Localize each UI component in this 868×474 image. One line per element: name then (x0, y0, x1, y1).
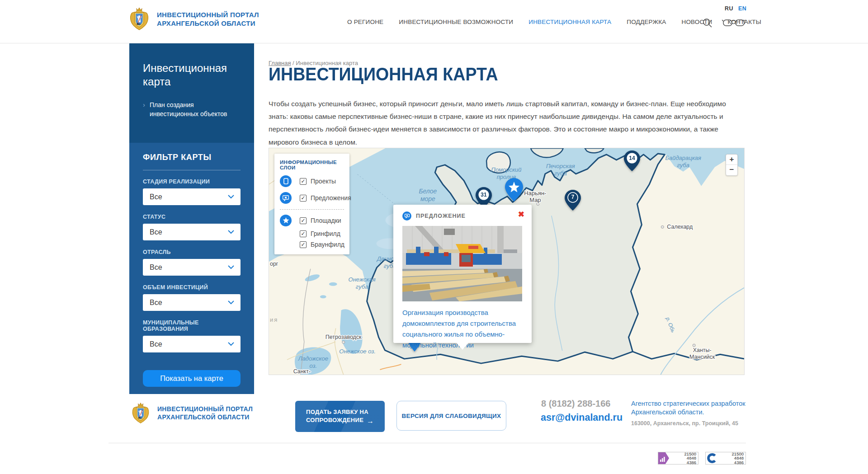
label-naryan-mar-2: Мар (529, 197, 541, 203)
footer: ИНВЕСТИЦИОННЫЙ ПОРТАЛ АРХАНГЕЛЬСКОЙ ОБЛА… (0, 394, 868, 474)
nav-support[interactable]: ПОДДЕРЖКА (627, 19, 666, 25)
label-white-sea: Белое (419, 188, 437, 195)
filter-label-status: СТАТУС (143, 214, 241, 220)
industry-select-value: Все (150, 263, 228, 272)
divider (143, 170, 241, 170)
header: ИНВЕСТИЦИОННЫЙ ПОРТАЛ АРХАНГЕЛЬСКОЙ ОБЛА… (0, 0, 868, 43)
sidebar-item-plan[interactable]: › План создания инвестиционных объектов (143, 100, 241, 118)
divider (280, 209, 344, 210)
map-zoom-control: + − (726, 154, 738, 176)
label-lake-ladoga: Ладожское (298, 355, 328, 362)
municipality-select[interactable]: Все (143, 336, 241, 352)
industry-select[interactable]: Все (143, 259, 241, 276)
coat-of-arms-icon (129, 7, 150, 31)
filter-label-stage: СТАДИЯ РЕАЛИЗАЦИИ (143, 178, 241, 185)
chevron-down-icon (228, 195, 234, 199)
search-icon[interactable] (702, 18, 713, 28)
label-pechora-bay: Печорская (546, 163, 575, 169)
projects-icon (280, 175, 292, 187)
apply-support-button[interactable]: ПОДАТЬ ЗАЯВКУ НА СОПРОВОЖДЕНИЕ → (295, 401, 385, 432)
legend-label-sites: Площадки (311, 217, 341, 224)
popup-type-label: ПРЕДЛОЖЕНИЕ (416, 213, 466, 219)
checkbox-greenfield[interactable]: ✓ (300, 230, 307, 237)
footer-logo[interactable]: ИНВЕСТИЦИОННЫЙ ПОРТАЛ АРХАНГЕЛЬСКОЙ ОБЛА… (131, 402, 253, 424)
stage-select[interactable]: Все (143, 188, 241, 205)
glasses-accessibility-icon[interactable] (722, 18, 745, 28)
investment-map[interactable]: Белое море Поморский пролив Печорская гу… (269, 148, 745, 375)
checkbox-sites[interactable]: ✓ (300, 217, 307, 224)
label-vyborg-cut: орг (270, 261, 278, 267)
arrow-right-icon: → (367, 417, 374, 425)
zoom-in-button[interactable]: + (726, 155, 737, 165)
close-icon[interactable]: ✖ (518, 210, 524, 219)
volume-select[interactable]: Все (143, 294, 241, 311)
map-layers-legend: ИНФОРМАЦИОННЫЕ СЛОИ ✓ Проекты ✓ Предложе… (274, 154, 349, 254)
stage-select-value: Все (150, 193, 228, 201)
cluster-count: 7 (565, 194, 581, 200)
map-filter-panel: ФИЛЬТР КАРТЫ СТАДИЯ РЕАЛИЗАЦИИ Все СТАТУ… (129, 143, 254, 394)
map-cluster-marker-7[interactable]: 7 (565, 190, 581, 211)
main-content: Главная / Инвестиционная карта ИНВЕСТИЦИ… (269, 43, 745, 394)
bar-chart-icon (658, 452, 669, 464)
counter-values: 21500 4848 4386 (732, 452, 745, 465)
sidebar-link-label: План создания инвестиционных объектов (150, 100, 241, 118)
map-offer-popup: ПРЕДЛОЖЕНИЕ ✖ (393, 205, 532, 343)
accessibility-version-button[interactable]: ВЕРСИЯ ДЛЯ СЛАБОВИДЯЩИХ (396, 401, 506, 431)
zoom-out-button[interactable]: − (726, 165, 737, 175)
label-pomorsky-strait: Поморский (491, 166, 522, 173)
label-lake-onega: Онежское оз. (339, 348, 376, 355)
footer-phone: 8 (8182) 288-166 (541, 399, 610, 409)
visit-counter-2[interactable]: 21500 4848 4386 (705, 452, 746, 465)
label-onega-bay-2: губа (356, 283, 368, 290)
filter-label-industry: ОТРАСЛЬ (143, 249, 241, 255)
map-cluster-marker-14[interactable]: 14 (624, 150, 640, 171)
apply-support-label: ПОДАТЬ ЗАЯВКУ НА СОПРОВОЖДЕНИЕ (306, 408, 369, 424)
counter-value: 4386 (732, 460, 744, 465)
lang-en[interactable]: EN (738, 5, 746, 12)
lang-ru[interactable]: RU (725, 5, 733, 12)
visit-counter-1[interactable]: 21500 4848 4386 (658, 452, 698, 465)
volume-select-value: Все (150, 299, 228, 307)
footer-address: 163000, Архангельск, пр. Троицкий, 45 (631, 420, 738, 427)
sidebar-title: Инвестиционная карта (143, 61, 241, 89)
label-onega-bay: Онежская (349, 276, 376, 283)
lake-onega (340, 309, 362, 354)
site-logo[interactable]: ИНВЕСТИЦИОННЫЙ ПОРТАЛ АРХАНГЕЛЬСКОЙ ОБЛА… (129, 7, 259, 31)
checkbox-brownfield[interactable]: ✓ (300, 241, 307, 248)
label-khanty-2: Мансийск (689, 354, 715, 360)
footer-email[interactable]: asr@dvinaland.ru (541, 412, 623, 423)
chevron-down-icon (228, 230, 234, 234)
status-select-value: Все (150, 228, 228, 236)
label-pechora-bay-2: губа (554, 170, 567, 177)
status-select[interactable]: Все (143, 224, 241, 240)
map-site-marker-selected[interactable] (505, 178, 523, 202)
legend-row-sites: ✓ Площадки (280, 215, 344, 226)
sputnik-counter-icon (707, 453, 717, 463)
legend-row-offers: ✓ Предложения (280, 192, 344, 204)
offer-photo (402, 226, 522, 301)
intro-paragraph: Чтобы создать успешный бизнес, который п… (269, 98, 745, 149)
nav-invest-opportunities[interactable]: ИНВЕСТИЦИОННЫЕ ВОЗМОЖНОСТИ (399, 19, 513, 25)
label-naryan-mar: Нарьян- (524, 190, 546, 197)
show-on-map-button[interactable]: Показать на карте (143, 370, 241, 387)
legend-row-brownfield: ✓ Браунфилд (300, 241, 344, 248)
chevron-down-icon (228, 300, 234, 305)
main-nav: О РЕГИОНЕ ИНВЕСТИЦИОННЫЕ ВОЗМОЖНОСТИ ИНВ… (347, 0, 761, 43)
nav-invest-map[interactable]: ИНВЕСТИЦИОННАЯ КАРТА (528, 19, 611, 25)
site-logo-text: ИНВЕСТИЦИОННЫЙ ПОРТАЛ АРХАНГЕЛЬСКОЙ ОБЛА… (157, 10, 259, 28)
label-white-sea-2: море (420, 195, 435, 202)
coat-of-arms-icon (131, 402, 150, 424)
filter-label-municipality: МУНИЦИПАЛЬНЫЕ ОБРАЗОВАНИЯ (143, 319, 241, 332)
offers-icon (280, 192, 292, 204)
popup-header: ПРЕДЛОЖЕНИЕ ✖ (402, 211, 523, 221)
label-khanty: Ханты- (693, 347, 712, 353)
chevron-right-icon: › (143, 100, 145, 118)
popup-tail (456, 343, 469, 350)
city-dot-salekhard (661, 225, 664, 228)
municipality-select-value: Все (150, 340, 228, 348)
nav-about-region[interactable]: О РЕГИОНЕ (347, 19, 383, 25)
legend-row-projects: ✓ Проекты (280, 175, 344, 187)
label-ob-river: р. Обь (664, 316, 676, 333)
checkbox-offers[interactable]: ✓ (300, 195, 307, 202)
checkbox-projects[interactable]: ✓ (300, 178, 307, 185)
